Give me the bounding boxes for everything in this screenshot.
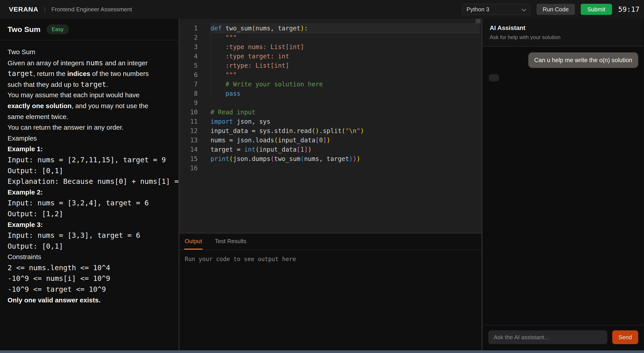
countdown-timer: 59:17 xyxy=(618,5,640,14)
difficulty-badge: Easy xyxy=(46,24,69,34)
ai-assistant-header: AI Assistant Ask for help with your solu… xyxy=(482,19,643,46)
code-line[interactable]: 9 xyxy=(180,98,482,108)
chat-area: Can u help me write the o(n) solution xyxy=(482,46,643,325)
line-number: 16 xyxy=(180,164,198,173)
description-line: Given an array of integers nums and an i… xyxy=(8,58,178,68)
user-message-row: Can u help me write the o(n) solution xyxy=(489,52,638,68)
app-window: VERANA | Frontend Engineer Assessment Py… xyxy=(0,0,644,353)
bottom-edge-strip xyxy=(0,350,644,353)
line-number: 7 xyxy=(180,80,198,89)
code-line-content[interactable]: print(json.dumps(two_sum(nums, target))) xyxy=(210,154,480,164)
language-select[interactable]: Python 3 xyxy=(462,4,530,15)
line-number: 4 xyxy=(180,52,198,61)
code-area: 1def two_sum(nums, target):2 """3 :type … xyxy=(180,24,482,173)
line-number: 13 xyxy=(180,136,198,145)
code-line-content[interactable]: # Read input xyxy=(210,108,480,117)
code-line[interactable]: 8 pass xyxy=(180,89,482,98)
run-code-button[interactable]: Run Code xyxy=(536,4,575,15)
description-line: target, return the indices of the two nu… xyxy=(8,68,178,79)
code-line[interactable]: 5 :rtype: List[int] xyxy=(180,61,482,70)
line-number: 6 xyxy=(180,70,198,80)
description-line: Explanation: Because nums[0] + nums[1] =… xyxy=(8,176,178,187)
brand-separator: | xyxy=(44,6,46,13)
code-line[interactable]: 15print(json.dumps(two_sum(nums, target)… xyxy=(180,154,482,164)
description-line: You may assume that each input would hav… xyxy=(8,90,178,100)
description-line: 2 <= nums.length <= 10^4 xyxy=(8,262,178,273)
line-number: 14 xyxy=(180,145,198,154)
code-line[interactable]: 6 """ xyxy=(180,70,482,80)
chat-input[interactable] xyxy=(488,330,607,344)
center-column: 1def two_sum(nums, target):2 """3 :type … xyxy=(180,19,482,350)
code-line-content[interactable]: :type nums: List[int] xyxy=(210,42,480,52)
problem-title: Two Sum xyxy=(8,25,41,34)
description-line: -10^9 <= nums[i] <= 10^9 xyxy=(8,273,178,284)
tab-output-label: Output xyxy=(185,238,202,245)
code-line[interactable]: 2 """ xyxy=(180,33,482,42)
ai-assistant-panel: AI Assistant Ask for help with your solu… xyxy=(482,19,643,350)
description-line: Example 3: xyxy=(8,219,178,230)
top-bar: VERANA | Frontend Engineer Assessment Py… xyxy=(0,0,644,19)
line-number: 10 xyxy=(180,108,198,117)
description-line: Constraints xyxy=(8,252,178,262)
code-line[interactable]: 3 :type nums: List[int] xyxy=(180,42,482,52)
assessment-title: Frontend Engineer Assessment xyxy=(51,6,132,13)
code-line[interactable]: 13nums = json.loads(input_data[0]) xyxy=(180,136,482,145)
code-line-content[interactable]: nums = json.loads(input_data[0]) xyxy=(210,136,480,145)
code-line-content[interactable]: input_data = sys.stdin.read().split("\n"… xyxy=(210,126,480,136)
brand-logo: VERANA xyxy=(9,6,38,13)
problem-description: Two SumGiven an array of integers nums a… xyxy=(0,40,178,306)
code-line-content[interactable]: # Write your solution here xyxy=(210,80,480,89)
console-output-placeholder: Run your code to see output here xyxy=(180,250,482,268)
line-number: 2 xyxy=(180,33,198,42)
code-line-content[interactable]: """ xyxy=(210,70,480,80)
code-editor[interactable]: 1def two_sum(nums, target):2 """3 :type … xyxy=(180,19,482,233)
code-line-content[interactable]: def two_sum(nums, target): xyxy=(210,24,480,33)
description-line: Output: [1,2] xyxy=(8,208,178,219)
line-number: 15 xyxy=(180,154,198,164)
tab-test-results[interactable]: Test Results xyxy=(214,234,247,250)
description-line: Example 2: xyxy=(8,187,178,198)
assistant-typing-indicator xyxy=(489,74,499,82)
code-line[interactable]: 16 xyxy=(180,164,482,173)
description-line: -10^9 <= target <= 10^9 xyxy=(8,284,178,295)
line-number: 11 xyxy=(180,117,198,126)
code-line[interactable]: 14target = int(input_data[1]) xyxy=(180,145,482,154)
code-line[interactable]: 11import json, sys xyxy=(180,117,482,126)
code-line[interactable]: 12input_data = sys.stdin.read().split("\… xyxy=(180,126,482,136)
ai-assistant-subtitle: Ask for help with your solution xyxy=(490,34,636,40)
submit-button[interactable]: Submit xyxy=(581,4,612,15)
code-line[interactable]: 7 # Write your solution here xyxy=(180,80,482,89)
main-area: Two Sum Easy Two SumGiven an array of in… xyxy=(0,19,644,350)
description-line: Output: [0,1] xyxy=(8,241,178,252)
editor-scrollbar-thumb[interactable] xyxy=(476,19,480,23)
description-line: same element twice. xyxy=(8,112,178,122)
code-line-content[interactable]: import json, sys xyxy=(210,117,480,126)
indent-guide xyxy=(211,33,211,98)
console-panel: Output Test Results Run your code to see… xyxy=(180,233,482,350)
problem-panel: Two Sum Easy Two SumGiven an array of in… xyxy=(0,19,180,350)
code-line[interactable]: 1def two_sum(nums, target): xyxy=(180,24,482,33)
description-line: You can return the answer in any order. xyxy=(8,122,178,133)
code-line-content[interactable]: pass xyxy=(210,89,480,98)
code-line-content[interactable] xyxy=(210,164,480,173)
description-line: Input: nums = [3,3], target = 6 xyxy=(8,230,178,241)
send-button[interactable]: Send xyxy=(612,330,638,344)
code-line[interactable]: 10# Read input xyxy=(180,108,482,117)
tab-output[interactable]: Output xyxy=(184,234,202,250)
line-number: 5 xyxy=(180,61,198,70)
description-line: Only one valid answer exists. xyxy=(8,295,178,306)
code-line-content[interactable] xyxy=(210,98,480,108)
code-line-content[interactable]: target = int(input_data[1]) xyxy=(210,145,480,154)
code-line-content[interactable]: :type target: int xyxy=(210,52,480,61)
description-line: Output: [0,1] xyxy=(8,166,178,176)
description-line: such that they add up to target. xyxy=(8,79,178,90)
description-line: Input: nums = [2,7,11,15], target = 9 xyxy=(8,154,178,166)
line-number: 3 xyxy=(180,42,198,52)
ai-assistant-title: AI Assistant xyxy=(490,24,636,32)
console-tab-bar: Output Test Results xyxy=(180,234,482,250)
code-line-content[interactable]: """ xyxy=(210,33,480,42)
line-number: 8 xyxy=(180,89,198,98)
code-line[interactable]: 4 :type target: int xyxy=(180,52,482,61)
chat-input-row: Send xyxy=(482,325,643,350)
code-line-content[interactable]: :rtype: List[int] xyxy=(210,61,480,70)
